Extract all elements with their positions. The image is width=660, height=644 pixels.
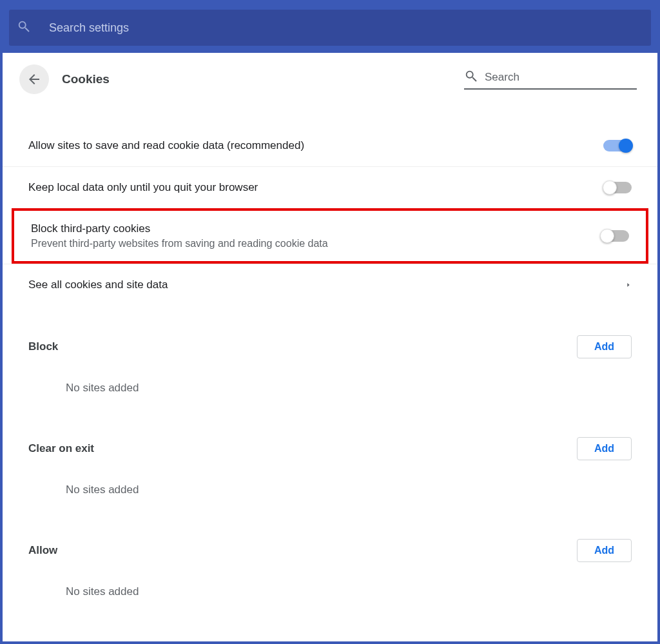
page-header: Cookies <box>3 53 657 99</box>
top-bar: Search settings <box>3 3 657 53</box>
add-block-button[interactable]: Add <box>577 335 632 358</box>
setting-label: Allow sites to save and read cookie data… <box>28 139 304 152</box>
section-block: Block Add No sites added <box>3 325 657 411</box>
setting-allow-cookies: Allow sites to save and read cookie data… <box>3 125 657 166</box>
section-empty-text: No sites added <box>28 562 632 615</box>
chevron-right-icon <box>625 280 632 289</box>
add-allow-button[interactable]: Add <box>577 539 632 562</box>
setting-block-third-party: Block third-party cookies Prevent third-… <box>14 211 646 261</box>
page-title: Cookies <box>62 72 110 86</box>
search-icon <box>17 19 31 36</box>
toggle-allow-cookies[interactable] <box>603 140 632 151</box>
back-button[interactable] <box>19 64 49 94</box>
app-frame: Search settings Cookies Allow sites to s… <box>0 0 660 644</box>
section-title: Clear on exit <box>28 442 94 455</box>
toggle-keep-local[interactable] <box>603 182 632 193</box>
setting-see-all-cookies[interactable]: See all cookies and site data <box>3 264 657 306</box>
back-arrow-icon <box>26 72 42 87</box>
section-allow: Allow Add No sites added <box>3 529 657 615</box>
header-left: Cookies <box>19 64 110 94</box>
add-clear-on-exit-button[interactable]: Add <box>577 437 632 460</box>
page-search[interactable] <box>464 69 637 90</box>
page-search-input[interactable] <box>485 71 637 84</box>
section-empty-text: No sites added <box>28 358 632 411</box>
setting-keep-local: Keep local data only until you quit your… <box>3 166 657 208</box>
section-title: Block <box>28 340 58 353</box>
top-search-placeholder: Search settings <box>49 21 129 35</box>
section-clear-on-exit: Clear on exit Add No sites added <box>3 427 657 513</box>
highlight-block-third-party: Block third-party cookies Prevent third-… <box>12 208 648 264</box>
toggle-knob <box>603 181 617 195</box>
setting-label: Keep local data only until you quit your… <box>28 181 258 194</box>
section-title: Allow <box>28 544 57 557</box>
content-area: Cookies Allow sites to save and read coo… <box>3 53 657 641</box>
setting-label: See all cookies and site data <box>28 278 168 291</box>
search-icon <box>464 69 478 86</box>
toggle-knob <box>600 229 614 243</box>
setting-label: Block third-party cookies <box>31 222 328 235</box>
top-search-bar[interactable]: Search settings <box>9 10 651 46</box>
setting-sublabel: Prevent third-party websites from saving… <box>31 238 328 249</box>
toggle-block-third-party[interactable] <box>601 230 629 242</box>
section-empty-text: No sites added <box>28 460 632 513</box>
toggle-knob <box>619 139 633 153</box>
